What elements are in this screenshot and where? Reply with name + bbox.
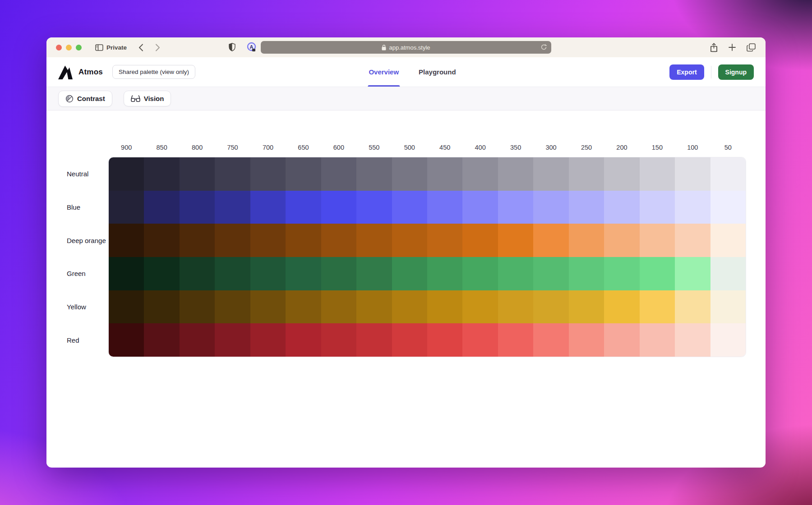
swatch-blue-450[interactable] bbox=[427, 191, 462, 224]
swatch-red-700[interactable] bbox=[250, 323, 286, 357]
swatch-deep-orange-50[interactable] bbox=[710, 224, 746, 257]
swatch-red-800[interactable] bbox=[180, 323, 215, 357]
swatch-deep-orange-300[interactable] bbox=[533, 224, 568, 257]
swatch-green-750[interactable] bbox=[215, 257, 250, 290]
swatch-yellow-450[interactable] bbox=[427, 290, 462, 324]
swatch-green-650[interactable] bbox=[286, 257, 321, 290]
swatch-deep-orange-750[interactable] bbox=[215, 224, 250, 257]
back-button[interactable] bbox=[138, 44, 143, 51]
swatch-deep-orange-250[interactable] bbox=[569, 224, 604, 257]
swatch-yellow-650[interactable] bbox=[286, 290, 321, 324]
swatch-neutral-100[interactable] bbox=[675, 157, 710, 191]
address-bar[interactable]: app.atmos.style bbox=[261, 41, 551, 54]
swatch-green-100[interactable] bbox=[675, 257, 710, 290]
close-window-button[interactable] bbox=[56, 45, 62, 50]
swatch-yellow-200[interactable] bbox=[604, 290, 639, 324]
swatch-green-250[interactable] bbox=[569, 257, 604, 290]
swatch-blue-150[interactable] bbox=[640, 191, 675, 224]
swatch-deep-orange-900[interactable] bbox=[109, 224, 144, 257]
reload-icon[interactable] bbox=[540, 44, 547, 50]
swatch-deep-orange-600[interactable] bbox=[321, 224, 356, 257]
swatch-yellow-350[interactable] bbox=[498, 290, 533, 324]
swatch-green-700[interactable] bbox=[250, 257, 286, 290]
swatch-yellow-50[interactable] bbox=[710, 290, 746, 324]
swatch-neutral-500[interactable] bbox=[392, 157, 427, 191]
swatch-red-450[interactable] bbox=[427, 323, 462, 357]
swatch-blue-100[interactable] bbox=[675, 191, 710, 224]
swatch-neutral-150[interactable] bbox=[640, 157, 675, 191]
swatch-yellow-400[interactable] bbox=[462, 290, 498, 324]
swatch-neutral-350[interactable] bbox=[498, 157, 533, 191]
swatch-neutral-700[interactable] bbox=[250, 157, 286, 191]
swatch-neutral-50[interactable] bbox=[710, 157, 746, 191]
swatch-blue-800[interactable] bbox=[180, 191, 215, 224]
swatch-blue-250[interactable] bbox=[569, 191, 604, 224]
swatch-deep-orange-350[interactable] bbox=[498, 224, 533, 257]
swatch-blue-200[interactable] bbox=[604, 191, 639, 224]
swatch-blue-500[interactable] bbox=[392, 191, 427, 224]
swatch-neutral-900[interactable] bbox=[109, 157, 144, 191]
swatch-deep-orange-650[interactable] bbox=[286, 224, 321, 257]
swatch-neutral-550[interactable] bbox=[356, 157, 392, 191]
swatch-neutral-300[interactable] bbox=[533, 157, 568, 191]
swatch-green-600[interactable] bbox=[321, 257, 356, 290]
swatch-deep-orange-400[interactable] bbox=[462, 224, 498, 257]
swatch-yellow-850[interactable] bbox=[144, 290, 179, 324]
swatch-red-650[interactable] bbox=[286, 323, 321, 357]
sidebar-toggle-button[interactable]: Private bbox=[95, 44, 127, 51]
swatch-green-500[interactable] bbox=[392, 257, 427, 290]
swatch-neutral-400[interactable] bbox=[462, 157, 498, 191]
contrast-button[interactable]: Contrast bbox=[58, 91, 112, 107]
swatch-deep-orange-100[interactable] bbox=[675, 224, 710, 257]
tab-overview-icon[interactable] bbox=[747, 43, 756, 52]
swatch-deep-orange-800[interactable] bbox=[180, 224, 215, 257]
swatch-deep-orange-550[interactable] bbox=[356, 224, 392, 257]
swatch-deep-orange-450[interactable] bbox=[427, 224, 462, 257]
swatch-blue-850[interactable] bbox=[144, 191, 179, 224]
tab-overview[interactable]: Overview bbox=[369, 57, 399, 87]
swatch-blue-650[interactable] bbox=[286, 191, 321, 224]
swatch-blue-700[interactable] bbox=[250, 191, 286, 224]
swatch-neutral-650[interactable] bbox=[286, 157, 321, 191]
swatch-yellow-300[interactable] bbox=[533, 290, 568, 324]
swatch-blue-400[interactable] bbox=[462, 191, 498, 224]
swatch-yellow-800[interactable] bbox=[180, 290, 215, 324]
swatch-red-900[interactable] bbox=[109, 323, 144, 357]
swatch-blue-550[interactable] bbox=[356, 191, 392, 224]
swatch-red-550[interactable] bbox=[356, 323, 392, 357]
swatch-neutral-800[interactable] bbox=[180, 157, 215, 191]
swatch-green-150[interactable] bbox=[640, 257, 675, 290]
swatch-green-400[interactable] bbox=[462, 257, 498, 290]
swatch-neutral-200[interactable] bbox=[604, 157, 639, 191]
swatch-yellow-100[interactable] bbox=[675, 290, 710, 324]
swatch-green-200[interactable] bbox=[604, 257, 639, 290]
swatch-green-350[interactable] bbox=[498, 257, 533, 290]
privacy-shield-icon[interactable] bbox=[229, 43, 235, 51]
swatch-red-100[interactable] bbox=[675, 323, 710, 357]
swatch-blue-350[interactable] bbox=[498, 191, 533, 224]
tab-playground[interactable]: Playground bbox=[419, 57, 456, 87]
swatch-red-300[interactable] bbox=[533, 323, 568, 357]
swatch-red-150[interactable] bbox=[640, 323, 675, 357]
swatch-green-900[interactable] bbox=[109, 257, 144, 290]
vision-button[interactable]: Vision bbox=[124, 91, 171, 106]
minimize-window-button[interactable] bbox=[66, 45, 72, 50]
swatch-yellow-700[interactable] bbox=[250, 290, 286, 324]
swatch-red-350[interactable] bbox=[498, 323, 533, 357]
swatch-yellow-550[interactable] bbox=[356, 290, 392, 324]
swatch-deep-orange-700[interactable] bbox=[250, 224, 286, 257]
forward-button[interactable] bbox=[155, 44, 160, 51]
swatch-deep-orange-500[interactable] bbox=[392, 224, 427, 257]
swatch-yellow-250[interactable] bbox=[569, 290, 604, 324]
export-button[interactable]: Export bbox=[669, 64, 704, 80]
swatch-red-850[interactable] bbox=[144, 323, 179, 357]
swatch-red-500[interactable] bbox=[392, 323, 427, 357]
swatch-yellow-500[interactable] bbox=[392, 290, 427, 324]
swatch-yellow-150[interactable] bbox=[640, 290, 675, 324]
swatch-blue-900[interactable] bbox=[109, 191, 144, 224]
zoom-window-button[interactable] bbox=[76, 45, 82, 50]
swatch-neutral-450[interactable] bbox=[427, 157, 462, 191]
swatch-deep-orange-150[interactable] bbox=[640, 224, 675, 257]
swatch-green-300[interactable] bbox=[533, 257, 568, 290]
swatch-neutral-600[interactable] bbox=[321, 157, 356, 191]
